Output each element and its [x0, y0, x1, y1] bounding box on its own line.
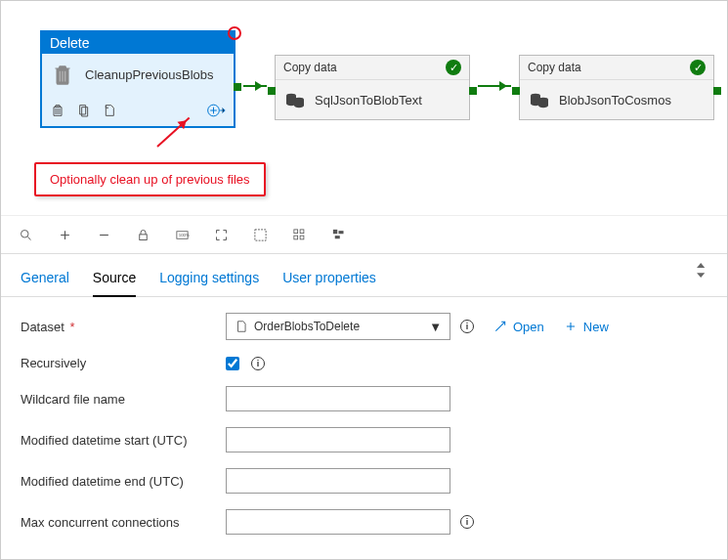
copy-icon[interactable] [75, 103, 91, 118]
wildcard-input[interactable] [226, 386, 450, 411]
input-port-icon[interactable] [512, 87, 520, 95]
svg-rect-11 [293, 236, 297, 239]
mod-start-input[interactable] [226, 427, 450, 452]
max-conn-input[interactable] [226, 509, 450, 535]
new-dataset-button[interactable]: New [564, 320, 609, 334]
add-output-icon[interactable] [206, 101, 226, 120]
success-check-icon: ✓ [690, 60, 706, 75]
fit-screen-icon[interactable] [212, 226, 230, 243]
validation-indicator-icon [228, 26, 241, 40]
connector-arrow-icon [478, 85, 511, 87]
expand-panel-icon[interactable]: ▲▼ [694, 260, 707, 279]
delete-icon[interactable] [50, 103, 65, 118]
activity-copy2-type: Copy data [528, 61, 581, 74]
max-conn-label: Max concurrent connections [21, 515, 226, 530]
wildcard-label: Wildcard file name [21, 392, 226, 407]
svg-rect-15 [334, 236, 339, 238]
trash-icon [50, 62, 75, 87]
input-port-icon[interactable] [268, 87, 276, 95]
svg-rect-13 [332, 229, 336, 233]
dataset-value: OrderBlobsToDelete [254, 320, 423, 333]
svg-rect-6 [139, 234, 147, 239]
tab-logging[interactable]: Logging settings [159, 264, 259, 296]
svg-rect-14 [338, 231, 343, 234]
recursively-checkbox[interactable] [226, 357, 239, 370]
tab-user-properties[interactable]: User properties [282, 264, 376, 296]
required-asterisk: * [69, 320, 74, 334]
source-form: Dataset * OrderBlobsToDelete ▼ i Open Ne… [1, 297, 727, 560]
info-icon[interactable]: i [460, 320, 474, 333]
info-icon[interactable]: i [251, 357, 265, 370]
auto-align-icon[interactable] [290, 226, 308, 243]
connector-arrow-icon [243, 85, 267, 87]
success-port-icon[interactable] [469, 87, 477, 95]
chevron-down-icon: ▼ [429, 320, 442, 334]
copy-data-icon [283, 88, 307, 111]
activity-delete-name: CleanupPreviousBlobs [85, 67, 214, 82]
open-label: Open [513, 320, 544, 334]
search-icon[interactable] [17, 226, 34, 243]
svg-rect-10 [300, 229, 304, 233]
canvas-toolbar: 100% [1, 216, 727, 254]
tab-source[interactable]: Source [93, 264, 136, 297]
zoom-in-icon[interactable] [56, 226, 73, 243]
success-port-icon[interactable] [234, 83, 241, 91]
open-dataset-button[interactable]: Open [493, 320, 544, 334]
mod-end-label: Modified datetime end (UTC) [21, 474, 226, 489]
dataset-dropdown[interactable]: OrderBlobsToDelete ▼ [226, 313, 450, 340]
activity-copy-1[interactable]: Copy data ✓ SqlJsonToBlobText [275, 55, 470, 120]
layout-icon[interactable] [329, 226, 347, 243]
recursively-label: Recursively [21, 356, 226, 370]
svg-rect-12 [300, 236, 304, 239]
new-label: New [583, 320, 609, 334]
activity-delete[interactable]: Delete CleanupPreviousBlobs [40, 30, 236, 128]
fullscreen-icon[interactable] [251, 226, 269, 243]
svg-text:100%: 100% [178, 233, 189, 237]
zoom-out-icon[interactable] [95, 226, 112, 243]
activity-copy2-name: BlobJsonToCosmos [559, 93, 671, 108]
success-check-icon: ✓ [446, 60, 461, 75]
clone-icon[interactable] [101, 103, 116, 118]
properties-tabs: General Source Logging settings User pro… [1, 254, 727, 297]
svg-point-5 [21, 230, 28, 237]
activity-copy1-name: SqlJsonToBlobText [315, 93, 422, 108]
annotation-text: Optionally clean up of previous files [50, 172, 250, 187]
pipeline-canvas[interactable]: Delete CleanupPreviousBlobs Copy data ✓ [1, 1, 727, 216]
dataset-label: Dataset [21, 320, 64, 334]
mod-start-label: Modified datetime start (UTC) [21, 433, 226, 448]
copy-data-icon [528, 88, 551, 111]
tab-general[interactable]: General [21, 264, 69, 296]
svg-rect-9 [293, 229, 297, 233]
success-port-icon[interactable] [713, 87, 721, 95]
activity-delete-type: Delete [50, 35, 89, 51]
dataset-file-icon [235, 320, 248, 333]
info-icon[interactable]: i [460, 515, 474, 529]
activity-copy1-type: Copy data [283, 61, 337, 74]
annotation-callout: Optionally clean up of previous files [34, 162, 266, 196]
activity-copy-2[interactable]: Copy data ✓ BlobJsonToCosmos [519, 55, 714, 120]
lock-icon[interactable] [134, 226, 151, 243]
zoom-100-icon[interactable]: 100% [173, 226, 191, 243]
mod-end-input[interactable] [226, 468, 450, 494]
